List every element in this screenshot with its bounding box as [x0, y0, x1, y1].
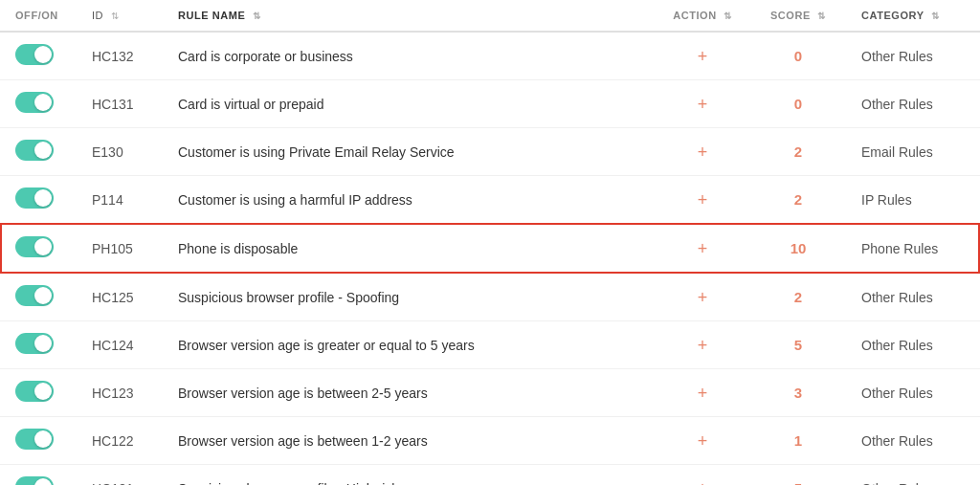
- row-name: Phone is disposable: [163, 224, 655, 273]
- toggle-switch-HC132[interactable]: [15, 44, 54, 65]
- rules-table: OFF/ON ID ⇅ RULE NAME ⇅ ACTION ⇅ SCORE ⇅: [0, 0, 980, 485]
- table-row: HC132 Card is corporate or business + 0 …: [0, 32, 980, 80]
- row-category: Other Rules: [846, 465, 980, 486]
- sort-icon-action: ⇅: [724, 11, 732, 21]
- toggle-switch-HC123[interactable]: [15, 381, 54, 402]
- toggle-cell: [0, 80, 77, 128]
- plus-icon: +: [698, 336, 708, 355]
- toggle-switch-HC124[interactable]: [15, 333, 54, 354]
- toggle-cell: [0, 128, 77, 176]
- row-category: Other Rules: [846, 273, 980, 321]
- rules-table-container: OFF/ON ID ⇅ RULE NAME ⇅ ACTION ⇅ SCORE ⇅: [0, 0, 980, 485]
- row-action: +: [655, 80, 750, 128]
- table-row: HC123 Browser version age is between 2-5…: [0, 369, 980, 417]
- toggle-switch-PH105[interactable]: [15, 236, 54, 257]
- plus-icon: +: [698, 288, 708, 307]
- score-value: 5: [794, 480, 802, 485]
- row-name: Browser version age is greater or equal …: [163, 321, 655, 369]
- table-row: HC131 Card is virtual or prepaid + 0 Oth…: [0, 80, 980, 128]
- plus-icon: +: [698, 47, 708, 66]
- row-score: 10: [750, 224, 846, 273]
- sort-icon-category: ⇅: [931, 11, 940, 21]
- table-row: P114 Customer is using a harmful IP addr…: [0, 176, 980, 225]
- toggle-switch-HC122[interactable]: [15, 429, 54, 450]
- row-id: HC121: [77, 465, 163, 486]
- score-value: 5: [794, 337, 802, 353]
- toggle-switch-HC121[interactable]: [15, 476, 54, 485]
- score-value: 2: [794, 143, 802, 160]
- plus-icon: +: [698, 431, 708, 451]
- toggle-cell: [0, 417, 77, 465]
- sort-icon-name: ⇅: [253, 11, 261, 21]
- row-name: Browser version age is between 1-2 years: [163, 417, 655, 465]
- row-action: +: [655, 32, 750, 80]
- header-score[interactable]: SCORE ⇅: [750, 0, 846, 32]
- toggle-switch-HC131[interactable]: [15, 92, 54, 113]
- row-id: HC132: [77, 32, 163, 80]
- row-category: Other Rules: [846, 369, 980, 417]
- row-name: Browser version age is between 2-5 years: [163, 369, 655, 417]
- toggle-cell: [0, 224, 77, 273]
- toggle-switch-P114[interactable]: [15, 187, 54, 209]
- row-action: +: [655, 128, 750, 176]
- row-category: Phone Rules: [846, 224, 980, 273]
- toggle-cell: [0, 369, 77, 417]
- row-id: HC125: [77, 273, 163, 321]
- row-id: HC123: [77, 369, 163, 417]
- header-action[interactable]: ACTION ⇅: [655, 0, 750, 32]
- row-score: 0: [750, 80, 846, 128]
- row-category: Email Rules: [846, 128, 980, 176]
- plus-icon: +: [698, 143, 708, 162]
- row-category: Other Rules: [846, 321, 980, 369]
- table-row: PH105 Phone is disposable + 10 Phone Rul…: [0, 224, 980, 273]
- toggle-cell: [0, 321, 77, 369]
- row-action: +: [655, 369, 750, 417]
- row-name: Suspicious browser profile - Spoofing: [163, 273, 655, 321]
- header-toggle: OFF/ON: [0, 0, 77, 32]
- row-score: 5: [750, 465, 846, 486]
- table-row: HC122 Browser version age is between 1-2…: [0, 417, 980, 465]
- row-name: Card is virtual or prepaid: [163, 80, 655, 128]
- row-score: 2: [750, 128, 846, 176]
- header-id[interactable]: ID ⇅: [77, 0, 163, 32]
- score-value: 0: [794, 96, 802, 112]
- row-id: P114: [77, 176, 163, 225]
- toggle-cell: [0, 176, 77, 225]
- score-value: 1: [794, 432, 802, 449]
- toggle-cell: [0, 273, 77, 321]
- row-name: Suspicious browser profile - High risk: [163, 465, 655, 486]
- row-id: E130: [77, 128, 163, 176]
- toggle-cell: [0, 32, 77, 80]
- sort-icon-score: ⇅: [817, 11, 826, 21]
- header-rule-name[interactable]: RULE NAME ⇅: [163, 0, 655, 32]
- plus-icon: +: [698, 95, 708, 114]
- row-score: 1: [750, 417, 846, 465]
- row-score: 5: [750, 321, 846, 369]
- row-name: Customer is using a harmful IP address: [163, 176, 655, 225]
- row-action: +: [655, 176, 750, 225]
- toggle-switch-HC125[interactable]: [15, 285, 54, 306]
- table-header-row: OFF/ON ID ⇅ RULE NAME ⇅ ACTION ⇅ SCORE ⇅: [0, 0, 980, 32]
- toggle-cell: [0, 465, 77, 486]
- table-row: HC125 Suspicious browser profile - Spoof…: [0, 273, 980, 321]
- row-name: Customer is using Private Email Relay Se…: [163, 128, 655, 176]
- plus-icon: +: [698, 190, 708, 209]
- table-row: HC121 Suspicious browser profile - High …: [0, 465, 980, 486]
- sort-icon-id: ⇅: [111, 11, 120, 21]
- row-score: 2: [750, 176, 846, 225]
- plus-icon: +: [698, 239, 708, 258]
- score-value: 2: [794, 289, 802, 305]
- row-id: PH105: [77, 224, 163, 273]
- row-name: Card is corporate or business: [163, 32, 655, 80]
- row-score: 3: [750, 369, 846, 417]
- row-id: HC122: [77, 417, 163, 465]
- toggle-switch-E130[interactable]: [15, 140, 54, 161]
- row-action: +: [655, 224, 750, 273]
- score-value: 10: [791, 240, 807, 256]
- score-value: 2: [794, 191, 802, 208]
- score-value: 3: [794, 385, 802, 401]
- row-action: +: [655, 417, 750, 465]
- row-category: Other Rules: [846, 32, 980, 80]
- header-category[interactable]: CATEGORY ⇅: [846, 0, 980, 32]
- row-category: Other Rules: [846, 80, 980, 128]
